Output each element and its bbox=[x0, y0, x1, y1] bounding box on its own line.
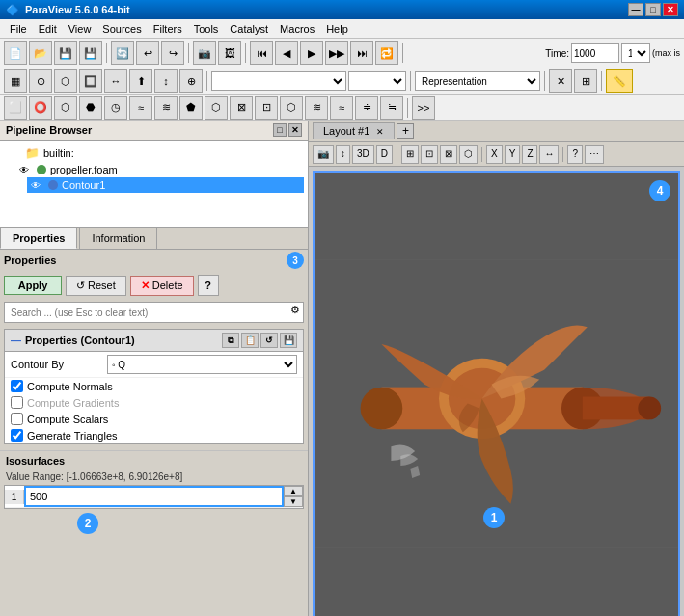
prop-paste-button[interactable]: 📋 bbox=[241, 333, 259, 348]
tb3-btn15[interactable]: ≑ bbox=[355, 96, 378, 120]
tb3-btn6[interactable]: ≈ bbox=[129, 96, 152, 120]
close-button[interactable]: ✕ bbox=[663, 3, 678, 16]
tb3-btn2[interactable]: ⭕ bbox=[29, 96, 52, 120]
search-input[interactable] bbox=[4, 302, 304, 323]
tb2-btn4[interactable]: 🔲 bbox=[79, 69, 102, 93]
tb3-btn9[interactable]: ⬡ bbox=[205, 96, 228, 120]
menu-sources[interactable]: Sources bbox=[96, 21, 147, 37]
view-3d-toggle[interactable]: 3D bbox=[352, 145, 374, 164]
prop-reset-button[interactable]: ↺ bbox=[260, 333, 278, 348]
menu-catalyst[interactable]: Catalyst bbox=[224, 21, 274, 37]
pipeline-close-button[interactable]: ✕ bbox=[288, 123, 302, 137]
menu-help[interactable]: Help bbox=[320, 21, 354, 37]
view-tb-camera[interactable]: 📷 bbox=[313, 145, 334, 164]
layout-tab-1[interactable]: Layout #1 ✕ bbox=[313, 122, 395, 139]
eye-icon-propeller[interactable]: 👁 bbox=[19, 165, 33, 175]
tb3-btn5[interactable]: ◷ bbox=[104, 96, 127, 120]
tb3-overflow[interactable]: >> bbox=[412, 96, 435, 120]
save-state-button[interactable]: 💾 bbox=[79, 41, 102, 65]
redo-button[interactable]: ↪ bbox=[161, 41, 184, 65]
tb2-btn7[interactable]: ↕ bbox=[154, 69, 178, 93]
layout-add-button[interactable]: + bbox=[397, 123, 414, 139]
tb2-btn8[interactable]: ⊕ bbox=[179, 69, 203, 93]
tb2-btn3[interactable]: ⬡ bbox=[54, 69, 77, 93]
prop-save-button[interactable]: 💾 bbox=[280, 333, 297, 348]
tb2-btn1[interactable]: ▦ bbox=[4, 69, 27, 93]
loop-button[interactable]: 🔁 bbox=[375, 41, 398, 65]
tb2-btn6[interactable]: ⬆ bbox=[129, 69, 152, 93]
viewport-3d[interactable]: 1 4 bbox=[313, 171, 680, 616]
tb3-btn13[interactable]: ≋ bbox=[305, 96, 328, 120]
help-button[interactable]: ? bbox=[198, 275, 219, 296]
camera-button[interactable]: 📷 bbox=[193, 41, 216, 65]
menu-tools[interactable]: Tools bbox=[188, 21, 225, 37]
view-tb-y[interactable]: Y bbox=[505, 145, 521, 164]
tb3-btn11[interactable]: ⊡ bbox=[255, 96, 278, 120]
pipeline-item-propeller[interactable]: 👁 propeller.foam bbox=[15, 162, 304, 177]
menu-filters[interactable]: Filters bbox=[148, 21, 188, 37]
apply-button[interactable]: Apply bbox=[4, 276, 62, 295]
view-tb-z[interactable]: Z bbox=[522, 145, 537, 164]
tb2-btn5[interactable]: ↔ bbox=[104, 69, 127, 93]
tb3-btn14[interactable]: ≈ bbox=[330, 96, 353, 120]
view-tb-btn3[interactable]: ⊠ bbox=[440, 145, 457, 164]
tb3-btn16[interactable]: ≒ bbox=[380, 96, 403, 120]
refresh-button[interactable]: 🔄 bbox=[111, 41, 134, 65]
search-gear-icon[interactable]: ⚙ bbox=[290, 304, 300, 316]
contour-by-select[interactable]: ◦ Q bbox=[107, 355, 297, 374]
view-tb-d[interactable]: D bbox=[376, 145, 393, 164]
menu-view[interactable]: View bbox=[63, 21, 97, 37]
eye-icon-contour1[interactable]: 👁 bbox=[31, 180, 44, 191]
prop-copy-button[interactable]: ⧉ bbox=[222, 333, 239, 348]
undo-button[interactable]: ↩ bbox=[136, 41, 159, 65]
play-button[interactable]: ▶ bbox=[300, 41, 323, 65]
play-all-button[interactable]: ▶▶ bbox=[325, 41, 348, 65]
screenshot-button[interactable]: 🖼 bbox=[218, 41, 241, 65]
first-frame-button[interactable]: ⏮ bbox=[250, 41, 273, 65]
delete-button[interactable]: ✕ Delete bbox=[130, 276, 194, 296]
tb3-btn10[interactable]: ⊠ bbox=[230, 96, 253, 120]
menu-macros[interactable]: Macros bbox=[274, 21, 320, 37]
view-tb-help[interactable]: ? bbox=[567, 145, 583, 164]
maximize-button[interactable]: □ bbox=[645, 3, 661, 16]
layout-tab-close[interactable]: ✕ bbox=[376, 127, 384, 137]
tb3-btn7[interactable]: ≋ bbox=[154, 96, 178, 120]
view-zoom-fit-button[interactable]: ⊡ bbox=[421, 145, 438, 164]
measure-button[interactable]: 📏 bbox=[606, 69, 633, 93]
save-button[interactable]: 💾 bbox=[54, 41, 77, 65]
view-tb-x[interactable]: X bbox=[486, 145, 503, 164]
color-array-select[interactable] bbox=[211, 71, 346, 91]
view-reset-button[interactable]: ⊞ bbox=[401, 145, 419, 164]
toggle-axes-button[interactable]: ✕ bbox=[549, 69, 572, 93]
compute-normals-checkbox[interactable] bbox=[11, 380, 23, 392]
view-tb-arrows[interactable]: ↔ bbox=[539, 145, 559, 164]
iso-decrement-button[interactable]: ▼ bbox=[284, 496, 303, 507]
representation-select[interactable]: Representation bbox=[415, 71, 540, 91]
tab-properties[interactable]: Properties bbox=[0, 228, 77, 249]
pipeline-item-contour1[interactable]: 👁 Contour1 bbox=[27, 177, 304, 193]
compute-scalars-checkbox[interactable] bbox=[11, 413, 23, 425]
new-file-button[interactable]: 📄 bbox=[4, 41, 27, 65]
compute-gradients-checkbox[interactable] bbox=[11, 396, 23, 409]
iso-increment-button[interactable]: ▲ bbox=[284, 486, 303, 496]
toggle-orient-button[interactable]: ⊞ bbox=[574, 69, 597, 93]
tab-information[interactable]: Information bbox=[79, 228, 157, 249]
tb3-btn8[interactable]: ⬟ bbox=[179, 96, 203, 120]
tb3-btn12[interactable]: ⬡ bbox=[280, 96, 303, 120]
tb3-btn3[interactable]: ⬡ bbox=[54, 96, 77, 120]
view-tb-btn4[interactable]: ⬡ bbox=[459, 145, 478, 164]
pipeline-undock-button[interactable]: □ bbox=[273, 123, 287, 137]
view-tb-more[interactable]: ⋯ bbox=[585, 145, 604, 164]
tb3-btn1[interactable]: ⬜ bbox=[4, 96, 27, 120]
color-comp-select[interactable] bbox=[348, 71, 406, 91]
generate-triangles-checkbox[interactable] bbox=[11, 429, 23, 442]
menu-file[interactable]: File bbox=[4, 21, 33, 37]
view-tb-interact[interactable]: ↕ bbox=[336, 145, 350, 164]
last-frame-button[interactable]: ⏭ bbox=[350, 41, 373, 65]
pipeline-item-builtin[interactable]: 📁 builtin: bbox=[4, 145, 304, 162]
tb2-btn2[interactable]: ⊙ bbox=[29, 69, 52, 93]
minimize-button[interactable]: — bbox=[628, 3, 643, 16]
menu-edit[interactable]: Edit bbox=[33, 21, 63, 37]
iso-value-input[interactable] bbox=[24, 486, 284, 507]
tb3-btn4[interactable]: ⬣ bbox=[79, 96, 102, 120]
